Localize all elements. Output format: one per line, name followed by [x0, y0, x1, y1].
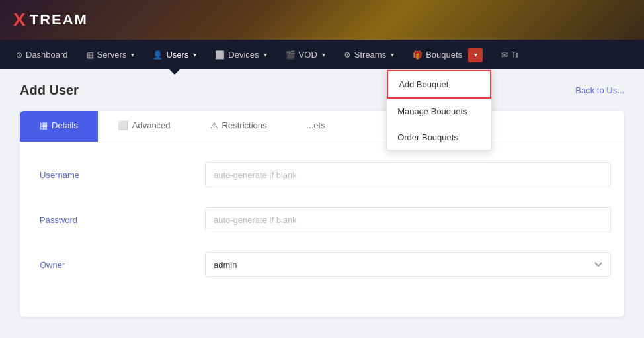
nav-item-streams[interactable]: ⚙ Streams ▾ — [335, 40, 403, 69]
restrictions-tab-icon: ⚠ — [210, 120, 218, 130]
dropdown-item-manage-bouquets[interactable]: Manage Bouquets — [387, 99, 491, 124]
header: X TREAM — [0, 0, 644, 40]
tab-restrictions[interactable]: ⚠ Restrictions — [190, 111, 287, 142]
vod-icon: 🎬 — [286, 50, 296, 60]
main-content: Add User Back to Us... ▦ Details ⬜ Advan… — [0, 69, 644, 330]
logo-text: TREAM — [30, 11, 88, 28]
dropdown-item-order-bouquets[interactable]: Order Bouquets — [387, 124, 491, 150]
bouquets-dropdown: Add Bouquet Manage Bouquets Order Bouque… — [386, 69, 492, 151]
nav-item-dashboard[interactable]: ⊙ Dashboard — [7, 40, 77, 69]
owner-select[interactable]: admin — [205, 252, 611, 277]
nav-item-bouquets[interactable]: 🎁 Bouquets ▾ Add Bouquet Manage Bouquets… — [403, 40, 492, 69]
nav: ⊙ Dashboard ▦ Servers ▾ 👤 Users ▾ ⬜ Devi… — [0, 40, 644, 69]
page-title: Add User — [20, 83, 79, 98]
nav-label-dashboard: Dashboard — [26, 50, 68, 60]
bouquets-icon: 🎁 — [413, 50, 423, 60]
tab-details-label: Details — [52, 120, 78, 130]
tab-details[interactable]: ▦ Details — [20, 111, 98, 142]
page-header: Add User Back to Us... — [20, 83, 624, 98]
nav-label-servers: Servers — [97, 50, 127, 60]
advanced-tab-icon: ⬜ — [118, 120, 128, 130]
password-row: Password — [33, 207, 611, 232]
users-icon: 👤 — [153, 50, 163, 60]
username-row: Username — [33, 162, 611, 187]
nav-label-devices: Devices — [228, 50, 259, 60]
form-body: Username Password Owner admin — [20, 142, 624, 317]
nav-item-servers[interactable]: ▦ Servers ▾ — [77, 40, 144, 69]
tab-bouquets-label: ...ets — [307, 120, 325, 130]
tabs: ▦ Details ⬜ Advanced ⚠ Restrictions ...e… — [20, 111, 624, 142]
bouquets-chevron-button[interactable]: ▾ — [468, 48, 483, 62]
users-chevron-icon: ▾ — [193, 51, 196, 58]
add-user-card: ▦ Details ⬜ Advanced ⚠ Restrictions ...e… — [20, 111, 624, 317]
nav-item-ti[interactable]: ✉ Ti — [492, 40, 527, 69]
tab-advanced[interactable]: ⬜ Advanced — [98, 111, 190, 142]
streams-icon: ⚙ — [344, 50, 351, 60]
nav-item-users[interactable]: 👤 Users ▾ — [143, 40, 206, 69]
dashboard-icon: ⊙ — [16, 50, 22, 60]
username-label: Username — [33, 170, 205, 180]
tab-advanced-label: Advanced — [132, 120, 171, 130]
tab-bouquets[interactable]: ...ets — [287, 111, 345, 142]
devices-icon: ⬜ — [215, 50, 225, 60]
nav-label-streams: Streams — [354, 50, 386, 60]
nav-label-ti: Ti — [511, 50, 518, 60]
servers-chevron-icon: ▾ — [131, 51, 134, 58]
nav-label-bouquets: Bouquets — [426, 50, 462, 60]
password-label: Password — [33, 215, 205, 225]
owner-label: Owner — [33, 260, 205, 270]
streams-chevron-icon: ▾ — [391, 51, 394, 58]
nav-item-devices[interactable]: ⬜ Devices ▾ — [206, 40, 276, 69]
owner-row: Owner admin — [33, 252, 611, 277]
username-input[interactable] — [205, 162, 611, 187]
users-arrow — [169, 69, 180, 75]
password-input[interactable] — [205, 207, 611, 232]
nav-label-users: Users — [166, 50, 188, 60]
nav-item-vod[interactable]: 🎬 VOD ▾ — [276, 40, 335, 69]
back-link[interactable]: Back to Us... — [575, 85, 624, 95]
dropdown-item-add-bouquet[interactable]: Add Bouquet — [387, 70, 491, 99]
logo: X TREAM — [13, 9, 88, 30]
logo-x: X — [13, 9, 27, 30]
details-tab-icon: ▦ — [40, 120, 48, 130]
devices-chevron-icon: ▾ — [264, 51, 267, 58]
ti-icon: ✉ — [501, 50, 508, 60]
nav-label-vod: VOD — [299, 50, 317, 60]
tab-restrictions-label: Restrictions — [222, 120, 267, 130]
servers-icon: ▦ — [87, 50, 94, 60]
vod-chevron-icon: ▾ — [322, 51, 325, 58]
